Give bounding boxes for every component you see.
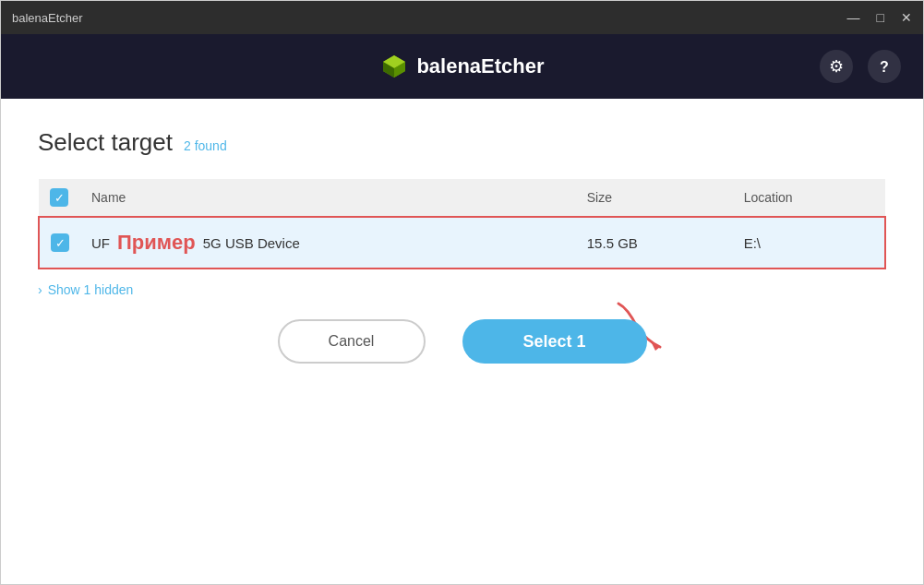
logo: balenaEtcher bbox=[379, 52, 544, 81]
gear-icon bbox=[829, 56, 844, 77]
maximize-button[interactable]: □ bbox=[877, 11, 884, 24]
cancel-button[interactable]: Cancel bbox=[278, 319, 426, 364]
window-controls: — □ ✕ bbox=[847, 11, 912, 24]
show-hidden-button[interactable]: › Show 1 hidden bbox=[38, 282, 886, 297]
found-badge: 2 found bbox=[184, 138, 227, 153]
col-size-header: Size bbox=[576, 179, 733, 217]
question-icon bbox=[880, 57, 889, 77]
app-window: balenaEtcher — □ ✕ balenaEtcher bbox=[0, 0, 924, 585]
header-checkbox-cell bbox=[39, 179, 80, 217]
page-title-row: Select target 2 found bbox=[38, 128, 886, 157]
device-name-prefix: UF bbox=[91, 235, 110, 251]
device-name-cell: UF Пример 5G USB Device bbox=[80, 217, 576, 269]
show-hidden-label: Show 1 hidden bbox=[48, 282, 134, 297]
table-row[interactable]: UF Пример 5G USB Device 15.5 GB E:\ bbox=[39, 217, 885, 269]
select-button[interactable]: Select 1 bbox=[462, 319, 647, 364]
table-header: Name Size Location bbox=[39, 179, 885, 217]
balena-logo-icon bbox=[379, 52, 409, 81]
page-title: Select target bbox=[38, 128, 173, 157]
device-name-suffix: 5G USB Device bbox=[203, 235, 300, 251]
example-annotation: Пример bbox=[117, 231, 196, 255]
chevron-icon: › bbox=[38, 282, 42, 297]
device-size-cell: 15.5 GB bbox=[576, 217, 733, 269]
titlebar: balenaEtcher — □ ✕ bbox=[1, 1, 923, 34]
app-header: balenaEtcher bbox=[1, 34, 923, 99]
app-title: balenaEtcher bbox=[12, 11, 83, 25]
device-location-cell: E:\ bbox=[733, 217, 885, 269]
settings-button[interactable] bbox=[820, 50, 853, 83]
device-checkbox-cell bbox=[39, 217, 80, 269]
col-name-header: Name bbox=[80, 179, 576, 217]
footer-buttons: Cancel Select 1 bbox=[38, 297, 886, 393]
close-button[interactable]: ✕ bbox=[901, 11, 912, 24]
check-icon bbox=[54, 191, 65, 205]
check-icon bbox=[55, 236, 66, 250]
select-all-checkbox[interactable] bbox=[50, 188, 68, 207]
device-checkbox[interactable] bbox=[51, 233, 69, 252]
logo-text: balenaEtcher bbox=[416, 54, 544, 78]
minimize-button[interactable]: — bbox=[847, 11, 860, 24]
col-location-header: Location bbox=[733, 179, 885, 217]
help-button[interactable] bbox=[868, 50, 901, 83]
targets-table: Name Size Location bbox=[38, 179, 886, 269]
main-content: Select target 2 found Name Size Location bbox=[1, 99, 923, 584]
